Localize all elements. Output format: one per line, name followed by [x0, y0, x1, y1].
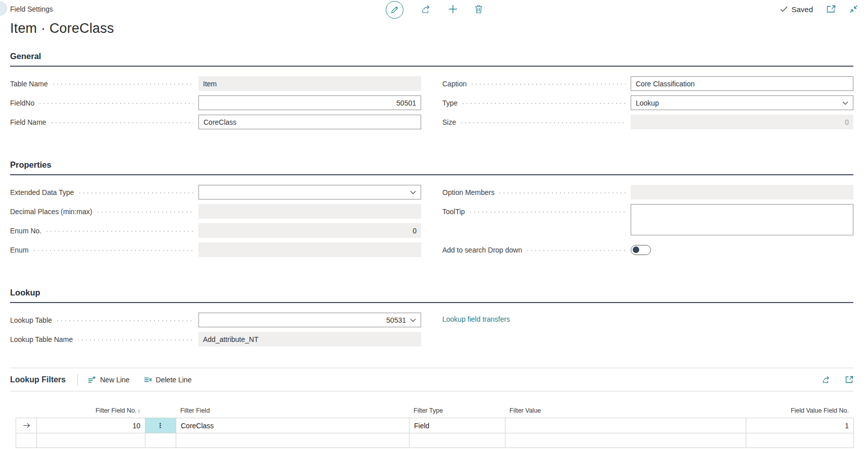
cell-filter-field-no[interactable] [37, 433, 145, 448]
lookup-field-transfers-link[interactable]: Lookup field transfers [442, 315, 510, 323]
decimal-places-value [198, 204, 421, 219]
dotted-leader [470, 211, 626, 213]
table-row [16, 433, 853, 448]
cell-field-value-field-no[interactable]: 1 [746, 418, 854, 433]
table-body: 10 ⋮ CoreClass Field 1 [16, 418, 853, 448]
caption-input[interactable] [636, 80, 848, 88]
lookup-right-column: Lookup field transfers [442, 313, 853, 351]
row-marker-cell [16, 433, 37, 448]
section-general-title[interactable]: General [10, 52, 853, 67]
column-header-filter-field-no[interactable]: Filter Field No.↑ [36, 407, 145, 414]
delete-line-icon [143, 376, 152, 384]
collapse-button[interactable] [849, 5, 858, 13]
tooltip-textarea[interactable] [636, 207, 848, 235]
cell-filter-type[interactable]: Field [410, 418, 505, 433]
table-row: 10 ⋮ CoreClass Field 1 [16, 418, 853, 433]
dotted-leader [77, 339, 193, 341]
dotted-leader [527, 250, 626, 252]
field-no-input[interactable] [203, 99, 416, 107]
chevron-down-icon [410, 318, 416, 322]
save-status-label: Saved [791, 5, 813, 14]
field-size: Size 0 [442, 115, 853, 129]
share-list-button[interactable] [822, 376, 831, 384]
arrow-right-icon [23, 423, 30, 428]
pencil-icon [390, 6, 399, 14]
dotted-leader [39, 103, 193, 105]
dotted-leader [499, 192, 626, 194]
option-members-label: Option Members [442, 188, 494, 196]
column-header-field-value-field-no[interactable]: Field Value Field No. [746, 407, 853, 414]
size-value: 0 [845, 118, 849, 126]
add-button[interactable] [448, 5, 457, 14]
column-header-filter-type[interactable]: Filter Type [409, 407, 505, 414]
app-title: Field Settings [10, 5, 53, 13]
cell-filter-value[interactable] [505, 418, 746, 433]
lookup-filters-table: Filter Field No.↑ Filter Field Filter Ty… [16, 407, 853, 448]
delete-line-button[interactable]: Delete Line [143, 376, 192, 384]
share-icon [421, 5, 431, 14]
delete-button[interactable] [475, 5, 483, 14]
share-button[interactable] [421, 5, 431, 14]
dotted-leader [51, 122, 193, 124]
enum-label: Enum [10, 246, 29, 254]
field-field-name: Field Name [10, 115, 421, 129]
lookup-table-input[interactable] [203, 316, 406, 324]
add-to-search-label: Add to search Drop down [442, 246, 522, 254]
page-actions [386, 0, 483, 18]
app-badge-icon [0, 2, 7, 16]
cell-field-value-field-no[interactable] [746, 433, 854, 448]
lookup-filters-title: Lookup Filters [10, 375, 66, 384]
dotted-leader [97, 211, 193, 213]
checkmark-icon [780, 6, 788, 12]
cell-row-menu[interactable] [145, 433, 176, 448]
field-table-name: Table Name Item [10, 76, 421, 91]
toolbar-divider [77, 374, 78, 385]
type-selected-value: Lookup [636, 99, 659, 107]
section-lookup-filters: Lookup Filters New Line Delete Line [0, 368, 868, 448]
column-header-filter-value[interactable]: Filter Value [505, 407, 746, 414]
cell-filter-field-no[interactable]: 10 [37, 418, 145, 433]
new-line-icon [87, 376, 96, 384]
dotted-leader [461, 122, 626, 124]
chevron-down-icon [410, 190, 416, 194]
cell-row-menu[interactable]: ⋮ [145, 418, 176, 433]
field-caption: Caption [442, 76, 853, 91]
open-list-in-new-window-button[interactable] [845, 376, 853, 383]
window-controls: Saved [780, 5, 858, 14]
enum-no-label: Enum No. [10, 227, 41, 235]
section-lookup-title[interactable]: Lookup [10, 288, 853, 303]
toggle-knob [633, 246, 639, 253]
extended-data-type-select[interactable] [198, 185, 421, 199]
cell-filter-field[interactable]: CoreClass [176, 418, 410, 433]
edit-button[interactable] [386, 1, 403, 19]
field-type: Type Lookup [442, 95, 853, 110]
cell-filter-field[interactable] [176, 433, 410, 448]
delete-line-label: Delete Line [156, 376, 192, 384]
cell-filter-type[interactable] [410, 433, 505, 448]
new-line-label: New Line [100, 376, 129, 384]
field-name-label: Field Name [10, 118, 46, 126]
collapse-arrows-icon [849, 5, 858, 13]
new-line-button[interactable]: New Line [87, 376, 129, 384]
row-marker-column-header [16, 407, 36, 414]
section-general: General Table Name Item FieldNo Field Na… [0, 52, 868, 134]
dotted-leader [57, 320, 193, 322]
field-lookup-table-name: Lookup Table Name Add_attribute_NT [10, 332, 421, 346]
extended-data-type-label: Extended Data Type [10, 188, 74, 196]
lookup-table-label: Lookup Table [10, 316, 52, 324]
lookup-filters-actions [822, 376, 853, 384]
add-to-search-toggle[interactable] [631, 245, 651, 255]
open-in-new-window-button[interactable] [827, 5, 836, 13]
size-label: Size [442, 118, 456, 126]
field-name-input[interactable] [203, 118, 416, 126]
section-properties-title[interactable]: Properties [10, 160, 853, 175]
column-header-filter-field[interactable]: Filter Field [176, 407, 409, 414]
lookup-table-combobox[interactable] [198, 313, 421, 327]
field-settings-page: Field Settings [0, 0, 868, 449]
cell-filter-value[interactable] [505, 433, 746, 448]
plus-icon [448, 5, 457, 14]
table-header-row: Filter Field No.↑ Filter Field Filter Ty… [16, 407, 853, 418]
field-extended-data-type: Extended Data Type [10, 185, 421, 199]
general-right-column: Caption Type Lookup Size 0 [442, 76, 853, 134]
type-select[interactable]: Lookup [631, 95, 853, 110]
